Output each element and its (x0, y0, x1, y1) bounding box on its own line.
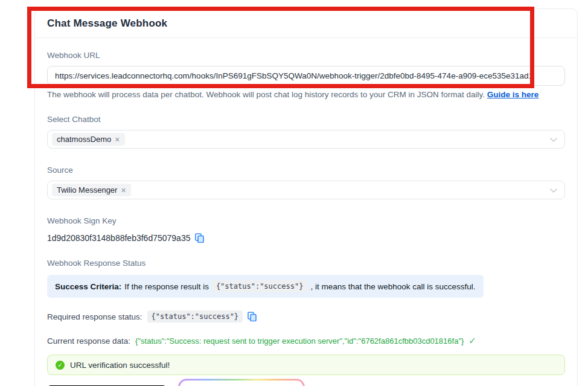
remove-source-tag-icon[interactable]: × (121, 186, 126, 195)
webhook-helper-text: The webhook will process data per chatbo… (47, 90, 565, 99)
required-status-label: Required response status: (47, 312, 142, 321)
success-criteria-title: Success Criteria: (55, 282, 121, 291)
webhook-url-input[interactable] (47, 66, 565, 86)
select-chatbot-label: Select Chatbot (47, 115, 565, 124)
source-dropdown[interactable]: Twilio Messenger × (47, 181, 565, 199)
required-status-code: {"status":"success"} (147, 310, 243, 323)
check-icon: ✓ (468, 335, 476, 346)
sign-key-label: Webhook Sign Key (47, 216, 565, 225)
required-status-row: Required response status: {"status":"suc… (47, 310, 565, 323)
source-label: Source (47, 166, 565, 175)
chevron-down-icon (550, 134, 557, 145)
copy-icon[interactable] (248, 312, 257, 321)
card-body: Webhook URL The webhook will process dat… (35, 51, 577, 386)
copy-icon[interactable] (195, 233, 204, 243)
guide-link[interactable]: Guide is here (487, 90, 539, 99)
success-criteria-box: Success Criteria: If the response result… (47, 275, 484, 298)
current-response-row: Current response data: {"status":"Succes… (47, 335, 565, 346)
sign-key-row: 1d9d20830f3148b88feb3f6d75079a35 (47, 233, 565, 243)
source-tag: Twilio Messenger × (52, 184, 131, 196)
chevron-down-icon (550, 185, 557, 196)
current-response-value: {"status":"Success: request sent to trig… (135, 336, 464, 346)
chatbot-tag: chatmossDemo × (52, 133, 125, 146)
source-tag-label: Twilio Messenger (57, 185, 117, 195)
select-chatbot-dropdown[interactable]: chatmossDemo × (47, 130, 565, 149)
success-criteria-pre: If the response result is (124, 282, 209, 291)
page-title: Chat Message Webhook (47, 18, 565, 30)
current-response-label: Current response data: (47, 336, 130, 346)
success-criteria-code: {"status":"success"} (212, 280, 308, 292)
check-circle-icon: ✓ (56, 361, 65, 370)
remove-chatbot-tag-icon[interactable]: × (115, 135, 120, 144)
sign-key-value: 1d9d20830f3148b88feb3f6d75079a35 (47, 233, 190, 243)
card-header: Chat Message Webhook (35, 9, 577, 38)
success-criteria-post: , it means that the webhook call is succ… (310, 282, 475, 291)
webhook-url-label: Webhook URL (47, 51, 565, 60)
rainbow-border-panel (178, 379, 305, 386)
rainbow-panel-inner (180, 381, 303, 386)
chatbot-tag-label: chatmossDemo (57, 135, 111, 144)
url-verification-alert: ✓ URL verification successful! (47, 355, 565, 375)
response-status-label: Webhook Response Status (47, 259, 565, 268)
helper-text: The webhook will process data per chatbo… (47, 90, 487, 99)
webhook-settings-card: Chat Message Webhook Webhook URL The web… (34, 8, 578, 386)
alert-message: URL verification successful! (70, 361, 170, 370)
